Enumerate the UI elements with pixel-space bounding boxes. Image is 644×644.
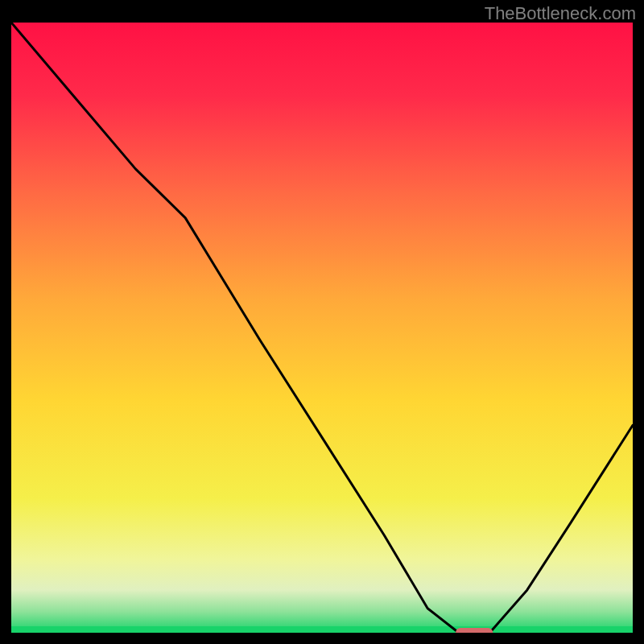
baseline-strip bbox=[11, 626, 633, 633]
chart-frame bbox=[11, 23, 633, 633]
chart-background bbox=[11, 23, 633, 633]
optimum-marker bbox=[456, 628, 493, 633]
chart-svg bbox=[11, 23, 633, 633]
watermark-text: TheBottleneck.com bbox=[485, 3, 636, 24]
